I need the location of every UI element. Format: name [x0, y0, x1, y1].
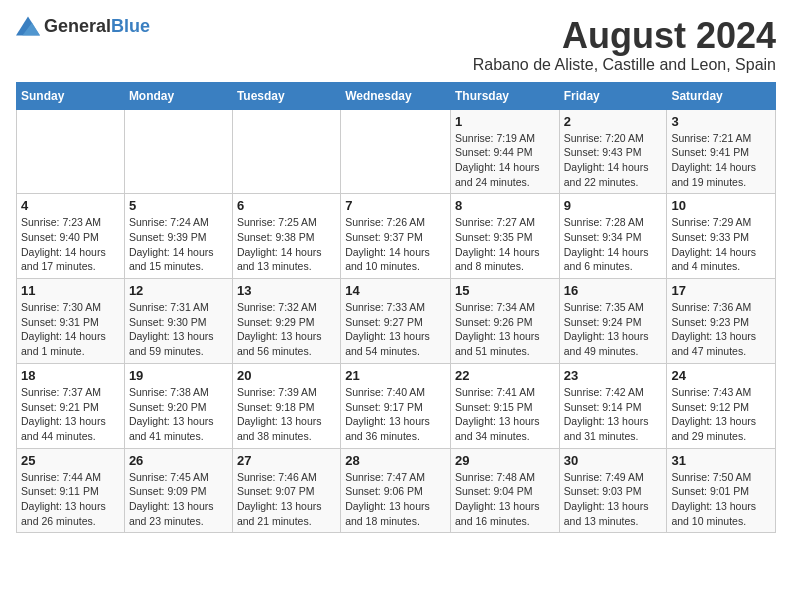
title-area: August 2024 Rabano de Aliste, Castille a… — [473, 16, 776, 74]
day-info: Sunrise: 7:21 AM Sunset: 9:41 PM Dayligh… — [671, 131, 771, 190]
logo-text-general: General — [44, 16, 111, 36]
day-cell: 12Sunrise: 7:31 AM Sunset: 9:30 PM Dayli… — [124, 279, 232, 364]
day-number: 20 — [237, 368, 336, 383]
header-row: SundayMondayTuesdayWednesdayThursdayFrid… — [17, 82, 776, 109]
day-number: 3 — [671, 114, 771, 129]
day-info: Sunrise: 7:38 AM Sunset: 9:20 PM Dayligh… — [129, 385, 228, 444]
day-info: Sunrise: 7:23 AM Sunset: 9:40 PM Dayligh… — [21, 215, 120, 274]
day-number: 9 — [564, 198, 663, 213]
subtitle: Rabano de Aliste, Castille and Leon, Spa… — [473, 56, 776, 74]
day-cell: 1Sunrise: 7:19 AM Sunset: 9:44 PM Daylig… — [450, 109, 559, 194]
day-info: Sunrise: 7:48 AM Sunset: 9:04 PM Dayligh… — [455, 470, 555, 529]
day-number: 19 — [129, 368, 228, 383]
day-number: 2 — [564, 114, 663, 129]
week-row-2: 4Sunrise: 7:23 AM Sunset: 9:40 PM Daylig… — [17, 194, 776, 279]
calendar-table: SundayMondayTuesdayWednesdayThursdayFrid… — [16, 82, 776, 534]
day-cell: 3Sunrise: 7:21 AM Sunset: 9:41 PM Daylig… — [667, 109, 776, 194]
day-cell: 14Sunrise: 7:33 AM Sunset: 9:27 PM Dayli… — [341, 279, 451, 364]
day-info: Sunrise: 7:32 AM Sunset: 9:29 PM Dayligh… — [237, 300, 336, 359]
day-number: 24 — [671, 368, 771, 383]
day-cell: 17Sunrise: 7:36 AM Sunset: 9:23 PM Dayli… — [667, 279, 776, 364]
logo: GeneralBlue — [16, 16, 150, 36]
day-info: Sunrise: 7:46 AM Sunset: 9:07 PM Dayligh… — [237, 470, 336, 529]
col-header-saturday: Saturday — [667, 82, 776, 109]
day-cell: 28Sunrise: 7:47 AM Sunset: 9:06 PM Dayli… — [341, 448, 451, 533]
day-cell: 9Sunrise: 7:28 AM Sunset: 9:34 PM Daylig… — [559, 194, 667, 279]
day-info: Sunrise: 7:28 AM Sunset: 9:34 PM Dayligh… — [564, 215, 663, 274]
col-header-wednesday: Wednesday — [341, 82, 451, 109]
day-cell: 19Sunrise: 7:38 AM Sunset: 9:20 PM Dayli… — [124, 363, 232, 448]
day-number: 30 — [564, 453, 663, 468]
day-info: Sunrise: 7:30 AM Sunset: 9:31 PM Dayligh… — [21, 300, 120, 359]
day-info: Sunrise: 7:35 AM Sunset: 9:24 PM Dayligh… — [564, 300, 663, 359]
day-number: 23 — [564, 368, 663, 383]
day-info: Sunrise: 7:29 AM Sunset: 9:33 PM Dayligh… — [671, 215, 771, 274]
day-cell — [341, 109, 451, 194]
header: GeneralBlue August 2024 Rabano de Aliste… — [16, 16, 776, 74]
day-cell: 29Sunrise: 7:48 AM Sunset: 9:04 PM Dayli… — [450, 448, 559, 533]
day-cell: 20Sunrise: 7:39 AM Sunset: 9:18 PM Dayli… — [232, 363, 340, 448]
day-number: 21 — [345, 368, 446, 383]
day-number: 12 — [129, 283, 228, 298]
day-info: Sunrise: 7:27 AM Sunset: 9:35 PM Dayligh… — [455, 215, 555, 274]
day-number: 22 — [455, 368, 555, 383]
day-cell: 15Sunrise: 7:34 AM Sunset: 9:26 PM Dayli… — [450, 279, 559, 364]
day-cell: 25Sunrise: 7:44 AM Sunset: 9:11 PM Dayli… — [17, 448, 125, 533]
day-info: Sunrise: 7:49 AM Sunset: 9:03 PM Dayligh… — [564, 470, 663, 529]
day-info: Sunrise: 7:47 AM Sunset: 9:06 PM Dayligh… — [345, 470, 446, 529]
day-info: Sunrise: 7:36 AM Sunset: 9:23 PM Dayligh… — [671, 300, 771, 359]
day-number: 7 — [345, 198, 446, 213]
day-info: Sunrise: 7:24 AM Sunset: 9:39 PM Dayligh… — [129, 215, 228, 274]
col-header-sunday: Sunday — [17, 82, 125, 109]
day-number: 6 — [237, 198, 336, 213]
day-info: Sunrise: 7:42 AM Sunset: 9:14 PM Dayligh… — [564, 385, 663, 444]
week-row-3: 11Sunrise: 7:30 AM Sunset: 9:31 PM Dayli… — [17, 279, 776, 364]
day-number: 27 — [237, 453, 336, 468]
day-info: Sunrise: 7:43 AM Sunset: 9:12 PM Dayligh… — [671, 385, 771, 444]
day-number: 13 — [237, 283, 336, 298]
day-cell: 2Sunrise: 7:20 AM Sunset: 9:43 PM Daylig… — [559, 109, 667, 194]
day-cell — [124, 109, 232, 194]
day-info: Sunrise: 7:45 AM Sunset: 9:09 PM Dayligh… — [129, 470, 228, 529]
day-cell: 4Sunrise: 7:23 AM Sunset: 9:40 PM Daylig… — [17, 194, 125, 279]
col-header-thursday: Thursday — [450, 82, 559, 109]
week-row-1: 1Sunrise: 7:19 AM Sunset: 9:44 PM Daylig… — [17, 109, 776, 194]
day-number: 18 — [21, 368, 120, 383]
day-cell: 26Sunrise: 7:45 AM Sunset: 9:09 PM Dayli… — [124, 448, 232, 533]
day-cell: 7Sunrise: 7:26 AM Sunset: 9:37 PM Daylig… — [341, 194, 451, 279]
day-cell: 23Sunrise: 7:42 AM Sunset: 9:14 PM Dayli… — [559, 363, 667, 448]
col-header-friday: Friday — [559, 82, 667, 109]
week-row-4: 18Sunrise: 7:37 AM Sunset: 9:21 PM Dayli… — [17, 363, 776, 448]
day-number: 5 — [129, 198, 228, 213]
day-info: Sunrise: 7:44 AM Sunset: 9:11 PM Dayligh… — [21, 470, 120, 529]
logo-icon — [16, 16, 40, 36]
day-info: Sunrise: 7:50 AM Sunset: 9:01 PM Dayligh… — [671, 470, 771, 529]
day-info: Sunrise: 7:31 AM Sunset: 9:30 PM Dayligh… — [129, 300, 228, 359]
day-cell: 8Sunrise: 7:27 AM Sunset: 9:35 PM Daylig… — [450, 194, 559, 279]
day-number: 10 — [671, 198, 771, 213]
day-cell: 16Sunrise: 7:35 AM Sunset: 9:24 PM Dayli… — [559, 279, 667, 364]
day-cell: 22Sunrise: 7:41 AM Sunset: 9:15 PM Dayli… — [450, 363, 559, 448]
day-number: 25 — [21, 453, 120, 468]
day-cell: 10Sunrise: 7:29 AM Sunset: 9:33 PM Dayli… — [667, 194, 776, 279]
day-cell — [17, 109, 125, 194]
day-info: Sunrise: 7:33 AM Sunset: 9:27 PM Dayligh… — [345, 300, 446, 359]
day-cell: 18Sunrise: 7:37 AM Sunset: 9:21 PM Dayli… — [17, 363, 125, 448]
day-info: Sunrise: 7:41 AM Sunset: 9:15 PM Dayligh… — [455, 385, 555, 444]
main-title: August 2024 — [473, 16, 776, 56]
day-cell: 31Sunrise: 7:50 AM Sunset: 9:01 PM Dayli… — [667, 448, 776, 533]
day-info: Sunrise: 7:37 AM Sunset: 9:21 PM Dayligh… — [21, 385, 120, 444]
col-header-tuesday: Tuesday — [232, 82, 340, 109]
day-number: 28 — [345, 453, 446, 468]
day-number: 16 — [564, 283, 663, 298]
day-cell: 21Sunrise: 7:40 AM Sunset: 9:17 PM Dayli… — [341, 363, 451, 448]
day-cell — [232, 109, 340, 194]
day-info: Sunrise: 7:25 AM Sunset: 9:38 PM Dayligh… — [237, 215, 336, 274]
day-info: Sunrise: 7:40 AM Sunset: 9:17 PM Dayligh… — [345, 385, 446, 444]
day-number: 8 — [455, 198, 555, 213]
day-info: Sunrise: 7:39 AM Sunset: 9:18 PM Dayligh… — [237, 385, 336, 444]
col-header-monday: Monday — [124, 82, 232, 109]
day-info: Sunrise: 7:19 AM Sunset: 9:44 PM Dayligh… — [455, 131, 555, 190]
day-number: 15 — [455, 283, 555, 298]
day-number: 11 — [21, 283, 120, 298]
